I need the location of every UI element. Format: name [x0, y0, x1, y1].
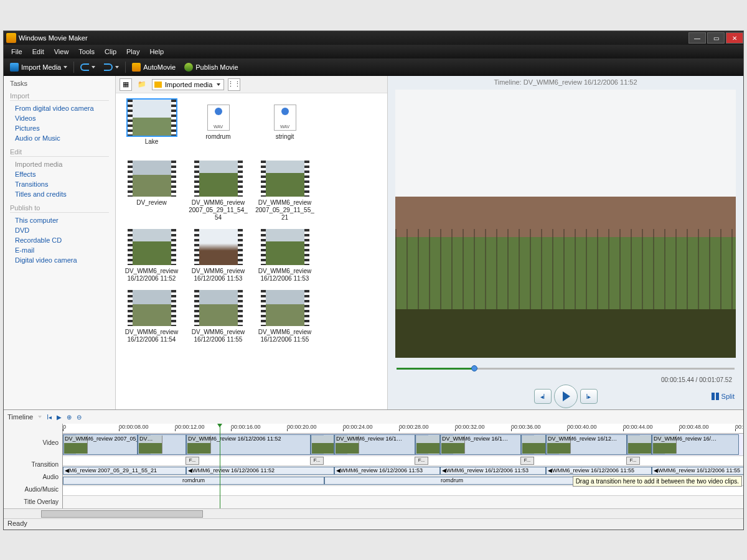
publish-movie-button[interactable]: Publish Movie	[182, 62, 240, 73]
menu-edit[interactable]: Edit	[27, 47, 49, 57]
video-clip[interactable]	[521, 434, 546, 455]
ruler-tick: 00:00:16.00	[231, 424, 261, 430]
collection-dropdown[interactable]: Imported media	[152, 79, 224, 90]
transition-clip[interactable]: F...	[310, 457, 324, 465]
track-label: Audio/Music	[4, 483, 59, 496]
audio-clip[interactable]: ◀WMM6_review 16/12/2006 11:55	[652, 467, 743, 475]
collection-item[interactable]: DV_WMM6_review 2007_05_29_11_55_21	[255, 161, 314, 222]
prev-frame-button[interactable]: ◂I	[534, 389, 552, 404]
menu-view[interactable]: View	[49, 47, 74, 57]
transition-track[interactable]: F...F...F...F...F...	[63, 456, 743, 466]
video-clip[interactable]: DV_WMM6_review 16/…	[652, 434, 739, 455]
collection-item[interactable]: DV_WMM6_review 16/12/2006 11:52	[122, 229, 181, 282]
ruler-tick: 00:00:08.00	[119, 424, 149, 430]
item-label: DV_WMM6_review 2007_05_29_11_55_21	[255, 199, 314, 222]
zoom-in-button[interactable]: ⊕	[67, 414, 72, 421]
menu-clip[interactable]: Clip	[100, 47, 121, 57]
audio-track[interactable]: ◀M6_review 2007_05_29_11_55_21◀WMM6_revi…	[63, 466, 743, 476]
view-thumbnails-button[interactable]: ▦	[120, 78, 132, 91]
transition-clip[interactable]: F...	[520, 457, 534, 465]
collection-item[interactable]: DV_WMM6_review 16/12/2006 11:55	[255, 290, 314, 343]
transition-tooltip: Drag a transition here to add it between…	[573, 476, 742, 487]
zoom-out-button[interactable]: ⊖	[77, 414, 82, 421]
audio-clip[interactable]: ◀WMM6_review 16/12/2006 11:53	[334, 467, 440, 475]
maximize-button[interactable]: ▭	[707, 32, 725, 44]
import-media-button[interactable]: Import Media	[7, 62, 70, 73]
close-button[interactable]: ✕	[726, 32, 743, 44]
video-clip[interactable]	[627, 434, 652, 455]
timeline-tracks[interactable]: 000:00:08.0000:00:12.0000:00:16.0000:00:…	[62, 424, 743, 508]
track-label: Audio	[4, 471, 59, 483]
item-label: DV_WMM6_review 16/12/2006 11:53	[189, 268, 248, 282]
collection-item[interactable]: DV_WMM6_review 16/12/2006 11:54	[122, 290, 181, 343]
chevron-down-icon[interactable]	[38, 416, 42, 418]
playhead[interactable]	[220, 424, 220, 508]
undo-button[interactable]	[78, 62, 98, 72]
timeline-scrollbar[interactable]	[4, 508, 743, 518]
transition-clip[interactable]: F...	[626, 457, 640, 465]
minimize-button[interactable]: —	[688, 32, 706, 44]
audio-clip[interactable]: ◀WMM6_review 16/12/2006 11:55	[546, 467, 652, 475]
task-link[interactable]: Videos	[10, 113, 109, 123]
next-frame-button[interactable]: I▸	[580, 389, 598, 404]
collection-item[interactable]: DV_WMM6_review 16/12/2006 11:53	[255, 229, 314, 282]
audio-clip[interactable]: ◀WMM6_review 16/12/2006 11:53	[440, 467, 546, 475]
redo-button[interactable]	[101, 62, 121, 72]
rewind-button[interactable]: I◂	[47, 414, 52, 421]
collection-item[interactable]: Lake	[122, 100, 181, 153]
video-clip[interactable]: DV_WMM6_review 16/12/2006 11:52	[186, 434, 311, 455]
collection-item[interactable]: WAVstringit	[255, 100, 314, 153]
audio-clip[interactable]: ◀WMM6_review 16/12/2006 11:52	[186, 467, 334, 475]
collection-item[interactable]: DV_review	[122, 161, 181, 222]
audio-clip[interactable]: ◀M6_review 2007_05_29_11_55_21	[63, 467, 186, 475]
video-track[interactable]: DV_WMM6_review 2007_05_29…DV…DV_WMM6_rev…	[63, 434, 743, 456]
collection-item[interactable]: DV_WMM6_review 16/12/2006 11:55	[189, 290, 248, 343]
task-link[interactable]: Audio or Music	[10, 133, 109, 143]
task-link[interactable]: Pictures	[10, 123, 109, 133]
title-overlay-track[interactable]	[63, 486, 743, 496]
video-clip[interactable]: DV_WMM6_review 16/1…	[334, 434, 415, 455]
collection-item[interactable]: DV_WMM6_review 2007_05_29_11_54_54	[189, 161, 248, 222]
menu-help[interactable]: Help	[144, 47, 169, 57]
seek-bar[interactable]	[397, 364, 735, 374]
task-link[interactable]: E-mail	[10, 245, 109, 255]
transition-clip[interactable]: F...	[186, 457, 199, 465]
video-clip[interactable]: DV_WMM6_review 2007_05_29…	[63, 434, 138, 455]
split-button[interactable]: Split	[712, 393, 735, 400]
preview-title: Timeline: DV_WMM6_review 16/12/2006 11:5…	[388, 76, 743, 88]
menu-file[interactable]: File	[6, 47, 27, 57]
task-link[interactable]: This computer	[10, 215, 109, 225]
play-timeline-button[interactable]: ▶	[57, 414, 62, 421]
arrange-button[interactable]: ⋮⋮	[228, 78, 240, 91]
play-button[interactable]	[554, 385, 578, 408]
menu-play[interactable]: Play	[121, 47, 144, 57]
task-link[interactable]: Recordable CD	[10, 235, 109, 245]
task-link[interactable]: Titles and credits	[10, 189, 109, 199]
collection-item[interactable]: WAVromdrum	[189, 100, 248, 153]
task-link[interactable]: From digital video camera	[10, 103, 109, 113]
video-clip[interactable]	[311, 434, 334, 455]
status-bar: Ready	[4, 518, 743, 530]
transition-clip[interactable]: F...	[415, 457, 428, 465]
task-link[interactable]: Effects	[10, 169, 109, 179]
task-link[interactable]: DVD	[10, 225, 109, 235]
timeline-ruler[interactable]: 000:00:08.0000:00:12.0000:00:16.0000:00:…	[63, 424, 743, 434]
menu-tools[interactable]: Tools	[73, 47, 100, 57]
chevron-down-icon	[92, 66, 95, 68]
music-clip[interactable]: romdrum	[324, 477, 580, 485]
split-icon	[712, 393, 719, 400]
view-folders-button[interactable]: 📁	[136, 78, 148, 91]
automovie-button[interactable]: AutoMovie	[129, 62, 178, 73]
task-link[interactable]: Transitions	[10, 179, 109, 189]
video-clip[interactable]: DV…	[138, 434, 186, 455]
seek-knob[interactable]	[471, 365, 477, 371]
window-title: Windows Movie Maker	[19, 34, 687, 42]
collection-item[interactable]: DV_WMM6_review 16/12/2006 11:53	[189, 229, 248, 282]
task-link[interactable]: Digital video camera	[10, 255, 109, 265]
film-thumb	[261, 161, 309, 197]
video-clip[interactable]	[415, 434, 440, 455]
video-clip[interactable]: DV_WMM6_review 16/12…	[546, 434, 627, 455]
item-label: DV_WMM6_review 16/12/2006 11:54	[122, 329, 181, 343]
video-clip[interactable]: DV_WMM6_review 16/1…	[440, 434, 521, 455]
music-clip[interactable]: romdrum	[63, 477, 324, 485]
